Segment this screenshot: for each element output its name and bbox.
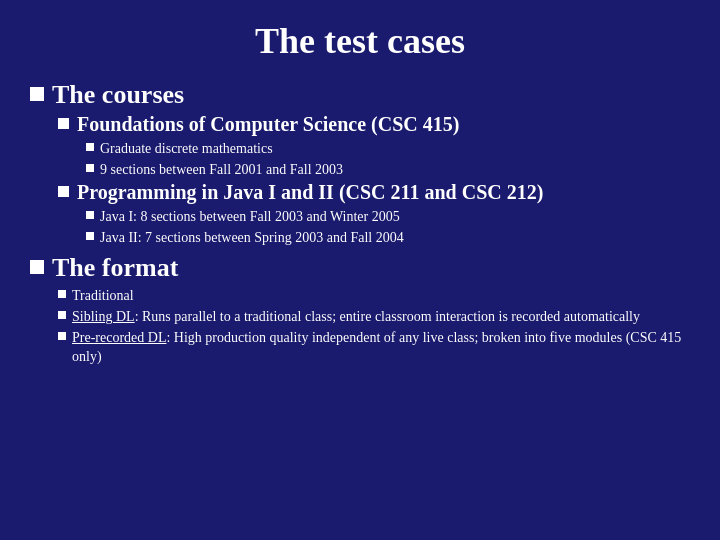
list-item-courses: The courses Foundations of Computer Scie… bbox=[30, 80, 690, 247]
sibling-dl-text: : Runs parallel to a traditional class; … bbox=[135, 309, 640, 324]
courses-label: The courses bbox=[30, 80, 690, 110]
list-item: Java I: 8 sections between Fall 2003 and… bbox=[86, 207, 690, 227]
bullet-icon3 bbox=[86, 232, 94, 240]
list-item-foundations: Foundations of Computer Science (CSC 415… bbox=[58, 113, 690, 179]
java-label: Programming in Java I and II (CSC 211 an… bbox=[58, 181, 690, 204]
java-items: Java I: 8 sections between Fall 2003 and… bbox=[58, 207, 690, 247]
sibling-dl-link[interactable]: Sibling DL bbox=[72, 309, 135, 324]
java-title: Programming in Java I and II (CSC 211 an… bbox=[77, 181, 543, 204]
prerecorded-dl-link[interactable]: Pre-recorded DL bbox=[72, 330, 166, 345]
list-item: Sibling DL: Runs parallel to a tradition… bbox=[58, 307, 690, 327]
java-item-2: Java II: 7 sections between Spring 2003 … bbox=[100, 228, 404, 248]
bullet-icon3 bbox=[86, 211, 94, 219]
list-item: 9 sections between Fall 2001 and Fall 20… bbox=[86, 160, 690, 180]
list-item: Java II: 7 sections between Spring 2003 … bbox=[86, 228, 690, 248]
bullet-icon bbox=[30, 260, 44, 274]
courses-title: The courses bbox=[52, 80, 184, 110]
list-item: Pre-recorded DL: High production quality… bbox=[58, 328, 690, 367]
bullet-icon bbox=[30, 87, 44, 101]
format-item-sibling: Sibling DL: Runs parallel to a tradition… bbox=[72, 307, 640, 327]
list-item-java: Programming in Java I and II (CSC 211 an… bbox=[58, 181, 690, 247]
page-title: The test cases bbox=[30, 20, 690, 62]
foundations-item-2: 9 sections between Fall 2001 and Fall 20… bbox=[100, 160, 343, 180]
bullet-icon3 bbox=[86, 143, 94, 151]
format-title: The format bbox=[52, 253, 178, 283]
main-list: The courses Foundations of Computer Scie… bbox=[30, 80, 690, 367]
bullet-icon2 bbox=[58, 186, 69, 197]
format-item-traditional: Traditional bbox=[72, 286, 134, 306]
foundations-item-1: Graduate discrete mathematics bbox=[100, 139, 273, 159]
bullet-icon2 bbox=[58, 118, 69, 129]
list-item: Traditional bbox=[58, 286, 690, 306]
courses-sublist: Foundations of Computer Science (CSC 415… bbox=[30, 113, 690, 247]
bullet-icon3 bbox=[58, 290, 66, 298]
format-items: Traditional Sibling DL: Runs parallel to… bbox=[30, 286, 690, 366]
list-item: Graduate discrete mathematics bbox=[86, 139, 690, 159]
format-item-prerecorded: Pre-recorded DL: High production quality… bbox=[72, 328, 690, 367]
foundations-items: Graduate discrete mathematics 9 sections… bbox=[58, 139, 690, 179]
list-item-format: The format Traditional Sibling DL: Runs … bbox=[30, 253, 690, 366]
format-label: The format bbox=[30, 253, 690, 283]
bullet-icon3 bbox=[58, 311, 66, 319]
foundations-label: Foundations of Computer Science (CSC 415… bbox=[58, 113, 690, 136]
bullet-icon3 bbox=[58, 332, 66, 340]
bullet-icon3 bbox=[86, 164, 94, 172]
foundations-title: Foundations of Computer Science (CSC 415… bbox=[77, 113, 459, 136]
java-item-1: Java I: 8 sections between Fall 2003 and… bbox=[100, 207, 400, 227]
